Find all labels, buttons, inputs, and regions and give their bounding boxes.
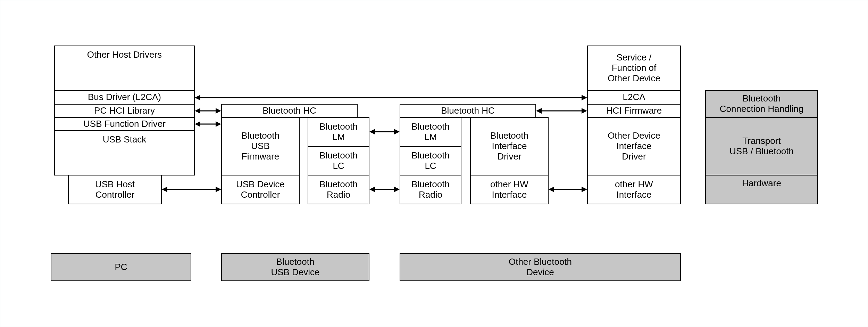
- svg-marker-11: [216, 187, 221, 192]
- arrow-bthc-to-hcifw: [536, 106, 587, 116]
- svg-marker-7: [195, 121, 200, 127]
- other-bt-interface-driver-box: BluetoothInterfaceDriver: [470, 117, 549, 175]
- svg-marker-8: [216, 121, 221, 127]
- svg-marker-1: [195, 95, 200, 100]
- bt-usb-hc-box: Bluetooth HC: [221, 104, 358, 118]
- pc-hci-library-box: PC HCI Library: [54, 104, 195, 118]
- legend-hardware: Hardware: [705, 175, 818, 204]
- legend-transport: TransportUSB / Bluetooth: [705, 117, 818, 175]
- arrow-pchci-to-bthc: [195, 106, 221, 116]
- bt-usb-firmware-box: BluetoothUSBFirmware: [221, 117, 300, 175]
- svg-marker-20: [582, 108, 587, 114]
- svg-marker-16: [369, 187, 375, 192]
- arrow-usbfunc-to-btusbfw: [195, 119, 221, 129]
- usb-host-controller-box: USB HostController: [68, 175, 162, 204]
- other-device-interface-driver-box: Other DeviceInterfaceDriver: [587, 117, 681, 175]
- footer-bt-usb-device: BluetoothUSB Device: [221, 253, 369, 281]
- arrow-btlm-to-btlm: [369, 127, 400, 137]
- footer-pc: PC: [51, 253, 191, 281]
- svg-marker-10: [162, 187, 167, 192]
- svg-marker-22: [549, 187, 554, 192]
- bus-driver-box: Bus Driver (L2CA): [54, 90, 195, 105]
- arrow-btradio-to-btradio: [369, 185, 400, 194]
- usb-stack-box: USB Stack: [54, 130, 195, 175]
- other-bt-lc-box: BluetoothLC: [400, 146, 461, 175]
- svg-marker-2: [582, 95, 587, 100]
- arrow-bus-driver-to-l2ca: [195, 93, 587, 103]
- other-bt-hw-interface-box: other HWInterface: [470, 175, 549, 204]
- arrow-usbhost-to-usbdevice: [162, 185, 221, 194]
- other-bt-hc-box: Bluetooth HC: [400, 104, 536, 118]
- svg-marker-23: [582, 187, 587, 192]
- footer-other-bt-device: Other BluetoothDevice: [400, 253, 681, 281]
- svg-marker-13: [369, 129, 375, 134]
- usb-function-driver-box: USB Function Driver: [54, 117, 195, 131]
- l2ca-box: L2CA: [587, 90, 681, 105]
- bt-usb-radio-box: BluetoothRadio: [308, 175, 369, 204]
- hci-firmware-box: HCI Firmware: [587, 104, 681, 118]
- svg-marker-4: [195, 108, 200, 114]
- other-host-drivers-box: Other Host Drivers: [54, 46, 195, 91]
- other-device-hw-interface-box: other HWInterface: [587, 175, 681, 204]
- svg-marker-19: [536, 108, 542, 114]
- usb-device-controller-box: USB DeviceController: [221, 175, 300, 204]
- bt-usb-lc-box: BluetoothLC: [308, 146, 369, 175]
- other-bt-radio-box: BluetoothRadio: [400, 175, 461, 204]
- bt-usb-lm-box: BluetoothLM: [308, 117, 369, 147]
- legend-bt-conn-handling: BluetoothConnection Handling: [705, 90, 818, 118]
- service-function-box: Service /Function ofOther Device: [587, 46, 681, 91]
- arrow-otherhw-to-otherhw: [549, 185, 587, 194]
- svg-marker-14: [394, 129, 400, 134]
- svg-marker-5: [216, 108, 221, 114]
- svg-marker-17: [394, 187, 400, 192]
- other-bt-lm-box: BluetoothLM: [400, 117, 461, 147]
